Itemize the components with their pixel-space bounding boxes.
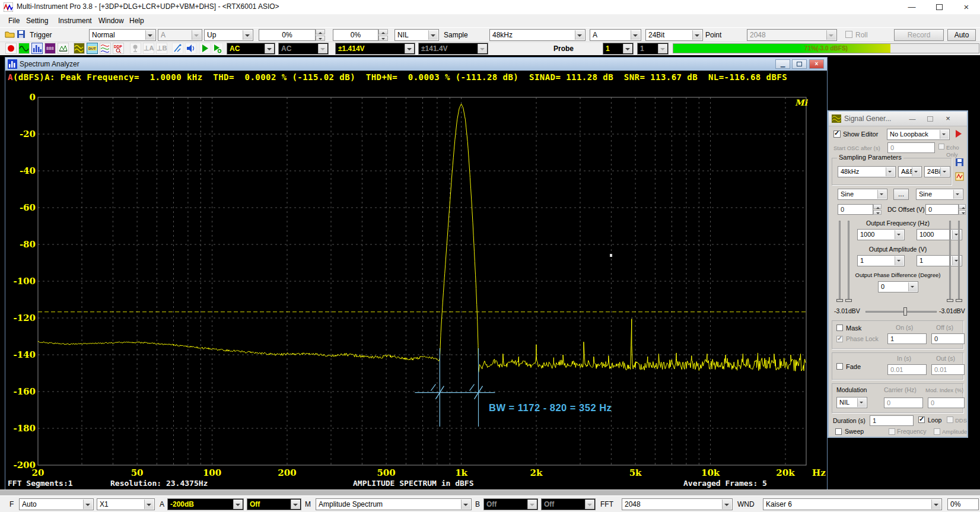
probe-b-combo[interactable]: 1 (637, 43, 669, 55)
dds-editor-icon[interactable] (955, 172, 965, 182)
speaker-icon[interactable] (185, 43, 196, 54)
loopback-combo[interactable]: No Loopback (887, 129, 950, 140)
run-icon[interactable] (199, 43, 211, 54)
save-icon[interactable] (955, 158, 965, 167)
trigger-edge-combo[interactable]: Up (204, 29, 253, 41)
trigger-source-combo[interactable]: A (158, 29, 202, 41)
loop-checkbox[interactable] (918, 416, 925, 423)
coupling-b-combo[interactable]: AC (278, 43, 329, 55)
app-maximize-icon[interactable] (925, 0, 953, 14)
mode-combo[interactable]: Amplitude Spectrum (316, 498, 472, 510)
carrier-field[interactable]: 0 (884, 397, 923, 408)
freq-axis-combo[interactable]: Auto (19, 498, 94, 510)
record-button[interactable]: Record (894, 29, 944, 41)
trigger-delay-stepper[interactable] (378, 29, 388, 41)
mask-on-field[interactable]: 1 (887, 333, 927, 344)
sg-sample-rate-combo[interactable]: 48kHz (838, 166, 896, 177)
fade-checkbox[interactable] (836, 363, 843, 370)
mask-checkbox[interactable] (836, 325, 843, 331)
trigger-level-stepper[interactable] (316, 29, 325, 41)
sg-bits-combo[interactable]: 24Bit (924, 166, 950, 177)
sample-channel-combo[interactable]: A (590, 29, 641, 41)
trigger-nil-combo[interactable]: NIL (394, 29, 439, 41)
minimize-icon[interactable]: — (908, 115, 917, 123)
auto-button[interactable]: Auto (947, 29, 976, 41)
sweep-amplitude-checkbox[interactable] (934, 428, 940, 435)
amp-slider-a-handle[interactable] (836, 299, 843, 302)
x-multiplier-combo[interactable]: X1 (97, 498, 155, 510)
signal-generator-titlebar[interactable]: Signal Gener... — × (829, 112, 967, 126)
amp-slider-b-handle[interactable] (947, 299, 953, 302)
trigger-mode-combo[interactable]: Normal (89, 29, 156, 41)
b-ref-combo[interactable]: Off (541, 498, 596, 510)
menu-setting[interactable]: Setting (23, 14, 52, 27)
dds-checkbox[interactable] (947, 416, 953, 423)
amp-slider-a-track[interactable] (839, 221, 841, 301)
dc-offset-b-field[interactable]: 0 (925, 204, 959, 215)
menu-help[interactable]: Help (126, 14, 148, 27)
restore-icon[interactable] (792, 59, 807, 69)
signal-generator-icon[interactable] (74, 43, 85, 54)
phase-combo[interactable]: 0 (878, 281, 918, 292)
fade-out-field[interactable]: 0.01 (931, 364, 965, 375)
freq-b-combo[interactable]: 1000 (917, 229, 962, 240)
maximize-icon[interactable] (925, 115, 935, 123)
dc-offset-b-stepper[interactable] (959, 204, 966, 215)
window-function-combo[interactable]: Kaiser 6 (763, 498, 942, 510)
sample-rate-combo[interactable]: 48kHz (489, 29, 586, 41)
oscilloscope-icon[interactable] (18, 43, 30, 54)
dc-offset-a-field[interactable]: 0 (838, 204, 873, 215)
sample-bits-combo[interactable]: 24Bit (645, 29, 703, 41)
mod-index-field[interactable]: 0 (928, 397, 965, 408)
close-icon[interactable]: × (809, 59, 824, 69)
wave-b-combo[interactable]: Sine (916, 189, 963, 200)
a-range-combo[interactable]: -200dB (167, 498, 244, 510)
spectrum-window-titlebar[interactable]: Spectrum Analyzer ▁ × (5, 58, 827, 71)
a-ref-combo[interactable]: Off (247, 498, 301, 510)
amp-b-combo[interactable]: 1 (917, 255, 962, 266)
probe-a-combo[interactable]: 1 (603, 43, 634, 55)
play-red-icon[interactable] (954, 129, 963, 138)
modulation-combo[interactable]: NIL (836, 397, 867, 408)
ground-a-icon[interactable]: ⊥A (143, 43, 154, 54)
duration-field[interactable]: 1 (870, 415, 914, 426)
amp-slider-a2-track[interactable] (848, 221, 849, 301)
coupling-a-combo[interactable]: AC (227, 43, 275, 55)
start-osc-field[interactable]: 0 (887, 142, 935, 153)
close-icon[interactable]: × (943, 115, 953, 123)
probe-cal-icon[interactable] (172, 43, 183, 54)
amp-slider-b2-track[interactable] (958, 221, 960, 301)
record-icon[interactable] (5, 43, 17, 54)
sweep-checkbox[interactable] (835, 428, 842, 435)
b-range-combo[interactable]: Off (483, 498, 538, 510)
wave-a-combo[interactable]: Sine (838, 189, 887, 200)
ground-b-icon[interactable]: ⊥B (156, 43, 167, 54)
echo-only-checkbox[interactable] (938, 144, 944, 150)
phase-lock-checkbox[interactable] (836, 336, 843, 342)
spectrum-3d-icon[interactable] (58, 43, 69, 54)
run-loop-icon[interactable] (212, 43, 223, 54)
minimize-icon[interactable]: ▁ (775, 59, 790, 69)
more-button[interactable]: ... (893, 189, 909, 200)
dut-icon[interactable]: DUT (87, 43, 98, 54)
amp-a-combo[interactable]: 1 (857, 255, 905, 266)
spectrum-analyzer-icon[interactable] (31, 43, 43, 54)
menu-instrument[interactable]: Instrument (55, 14, 96, 27)
menu-file[interactable]: File (5, 14, 23, 27)
sg-channels-combo[interactable]: A&B (898, 166, 922, 177)
fft-size-combo[interactable]: 2048 (622, 498, 733, 510)
level-slider-handle[interactable] (903, 307, 907, 316)
menu-window[interactable]: Window (95, 14, 128, 27)
app-minimize-icon[interactable]: — (898, 0, 925, 14)
save-icon[interactable] (17, 30, 26, 39)
amp-slider-b-track[interactable] (949, 221, 951, 301)
trigger-level-field[interactable]: 0% (259, 29, 316, 41)
derived-points-icon[interactable] (100, 43, 111, 54)
show-editor-checkbox[interactable] (833, 131, 841, 138)
range-a-combo[interactable]: ±1.414V (335, 43, 415, 55)
range-b-combo[interactable]: ±141.4V (418, 43, 488, 55)
level-slider-track[interactable] (866, 311, 937, 313)
mic-icon[interactable] (130, 43, 141, 54)
multimeter-icon[interactable]: 888 (44, 43, 56, 54)
roll-checkbox[interactable] (845, 31, 852, 38)
